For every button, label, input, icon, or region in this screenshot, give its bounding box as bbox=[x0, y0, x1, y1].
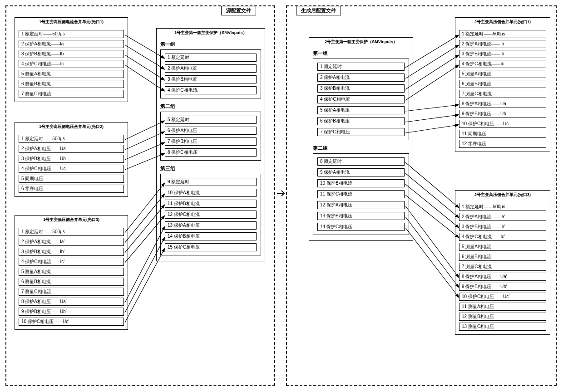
l3-item-2: 3 保护B相电流——Ib′ bbox=[19, 248, 124, 256]
src1-title: 1号主变高压侧电流合并单元(光口1) bbox=[15, 18, 128, 26]
lmg3-item-2: 11 保护B相电流 bbox=[165, 200, 257, 208]
r1-item-2: 3 保护B相电流——Ib bbox=[459, 50, 546, 58]
r2-item-1: 2 保护A相电流——Ia′ bbox=[459, 213, 546, 221]
l3-item-3: 4 保护C相电流——Ic′ bbox=[19, 258, 124, 266]
source-title: 源配置文件 bbox=[221, 6, 256, 15]
l3-item-1: 2 保护A相电流——Ia′ bbox=[19, 238, 124, 246]
lmg1-item-0: 1 额定延时 bbox=[165, 54, 257, 62]
l2-item-1: 2 保护A相电压——Ua bbox=[19, 145, 124, 153]
svg-line-20 bbox=[405, 115, 459, 122]
r1-item-7: 8 保护A相电压——Ua bbox=[459, 100, 546, 108]
svg-line-15 bbox=[405, 35, 459, 68]
l1-item-0: 1 额定延时——500μs bbox=[19, 30, 124, 38]
r2-item-3: 4 保护C相电流——Ic′ bbox=[459, 233, 546, 241]
rmg1-item-4: 5 保护A相电压 bbox=[317, 106, 405, 114]
right-mid-title: 2号主变第一套主变保护（SMVInputs） bbox=[309, 38, 413, 46]
svg-line-17 bbox=[405, 55, 459, 89]
right-mid-box: 2号主变第一套主变保护（SMVInputs） 第一组 1 额定延时2 保护A相电… bbox=[309, 37, 413, 241]
r1-item-4: 5 测量A相电流 bbox=[459, 70, 546, 78]
svg-line-21 bbox=[405, 125, 459, 133]
lmg2-item-3: 8 保护C相电压 bbox=[165, 148, 257, 157]
l3-item-8: 9 保护B相电压——Ub′ bbox=[19, 308, 124, 316]
rmg1-item-5: 6 保护B相电压 bbox=[317, 117, 405, 125]
rmg2-item-3: 11 保护C相电流 bbox=[317, 190, 405, 198]
svg-line-25 bbox=[405, 195, 459, 238]
svg-line-26 bbox=[405, 206, 459, 278]
lmg2-item-2: 7 保护B相电压 bbox=[165, 137, 257, 146]
l3-item-5: 6 测量B相电流 bbox=[19, 278, 124, 286]
svg-line-18 bbox=[405, 65, 459, 100]
group1-label: 第一组 bbox=[160, 40, 262, 48]
r2-item-12: 13 测量C相电压 bbox=[459, 323, 546, 331]
svg-line-22 bbox=[405, 162, 459, 208]
l3-item-6: 7 测量C相电流 bbox=[19, 288, 124, 296]
l1-item-1: 2 保护A相电流——Ia bbox=[19, 40, 124, 48]
r2-item-7: 8 保护A相电压——Ua′ bbox=[459, 273, 546, 281]
src2-title: 1号主变高压侧电压合并单元(光口2) bbox=[15, 122, 128, 131]
l2-item-2: 3 保护B相电压——Ub bbox=[19, 155, 124, 163]
r2-item-0: 1 额定延时——500μs bbox=[459, 203, 546, 211]
generated-title: 生成后配置文件 bbox=[296, 6, 341, 15]
r2-item-10: 11 测量A相电压 bbox=[459, 303, 546, 311]
group3-label: 第三组 bbox=[160, 164, 262, 172]
lmg1-item-3: 4 保护C相电流 bbox=[165, 86, 257, 94]
group2-label: 第二组 bbox=[160, 102, 262, 110]
lmg3-item-5: 14 保护B相电压 bbox=[165, 232, 257, 240]
r1-item-9: 10 保护C相电压——Uc bbox=[459, 120, 546, 128]
svg-line-24 bbox=[405, 184, 459, 228]
lmg2-item-1: 6 保护A相电压 bbox=[165, 127, 257, 135]
dst1-box: 2号主变高压侧合并单元(光口1) 1 额定延时——500μs2 保护A相电流——… bbox=[455, 17, 550, 152]
r1-item-11: 12 零序电压 bbox=[459, 140, 546, 148]
lmg2-item-0: 5 额定延时 bbox=[165, 116, 257, 124]
left-mid-box: 1号主变第一套主变保护（SMVInputs） 第一组 1 额定延时2 保护A相电… bbox=[156, 28, 265, 261]
l1-item-6: 7 测量C相电流 bbox=[19, 90, 124, 98]
l1-item-4: 5 测量A相电流 bbox=[19, 70, 124, 78]
l1-item-5: 6 测量B相电流 bbox=[19, 80, 124, 88]
r2-item-8: 9 保护B相电压——Ub′ bbox=[459, 283, 546, 291]
rmg1-item-3: 4 保护C相电流 bbox=[317, 95, 405, 103]
lmg3-item-6: 15 保护C相电压 bbox=[165, 243, 257, 251]
l3-item-9: 10 保护C相电压——Uc′ bbox=[19, 318, 124, 326]
rmg2-item-1: 9 保护A相电流 bbox=[317, 168, 405, 176]
rmg1-item-1: 2 保护A相电流 bbox=[317, 74, 405, 82]
dst1-title: 2号主变高压侧合并单元(光口1) bbox=[455, 18, 550, 26]
svg-line-19 bbox=[405, 105, 459, 111]
svg-line-28 bbox=[405, 228, 459, 298]
rgroup2-label: 第二组 bbox=[313, 144, 410, 152]
r2-item-2: 3 保护B相电流——Ib′ bbox=[459, 223, 546, 231]
svg-line-23 bbox=[405, 173, 459, 218]
l2-item-5: 6 零序电压 bbox=[19, 185, 124, 193]
lmg1-item-2: 3 保护B相电流 bbox=[165, 75, 257, 83]
l2-item-0: 1 额定延时——500μs bbox=[19, 135, 124, 143]
r2-item-6: 7 测量C相电流 bbox=[459, 263, 546, 271]
rgroup1-label: 第一组 bbox=[313, 49, 410, 57]
r1-item-10: 11 同期电压 bbox=[459, 130, 546, 138]
svg-line-16 bbox=[405, 45, 459, 78]
r1-item-5: 6 测量B相电流 bbox=[459, 80, 546, 88]
r1-item-1: 2 保护A相电流——Ia bbox=[459, 40, 546, 48]
r2-item-4: 5 测量A相电流 bbox=[459, 243, 546, 251]
generated-config-panel: 生成后配置文件 2号主变第一套主变保护（SMVInputs） 第一组 1 额定延… bbox=[286, 5, 557, 386]
l3-item-4: 5 测量A相电流 bbox=[19, 268, 124, 276]
l3-item-7: 8 保护A相电压——Ua′ bbox=[19, 298, 124, 306]
l1-item-3: 4 保护C相电流——Ic bbox=[19, 60, 124, 68]
r1-item-3: 4 保护C相电流——Ic bbox=[459, 60, 546, 68]
l3-item-0: 1 额定延时——500μs bbox=[19, 228, 124, 236]
lmg3-item-4: 13 保护A相电压 bbox=[165, 221, 257, 230]
lmg3-item-0: 9 额定延时 bbox=[165, 178, 257, 186]
left-mid-title: 1号主变第一套主变保护（SMVInputs） bbox=[157, 29, 265, 37]
l2-item-3: 4 保护C相电压——Uc bbox=[19, 165, 124, 173]
rmg2-item-0: 8 额定延时 bbox=[317, 157, 405, 166]
lmg3-item-3: 12 保护C相电流 bbox=[165, 211, 257, 219]
r2-item-9: 10 保护C相电压——Uc′ bbox=[459, 293, 546, 301]
rmg2-item-4: 12 保护A相电压 bbox=[317, 201, 405, 209]
rmg1-item-6: 7 保护C相电压 bbox=[317, 128, 405, 136]
dst2-box: 2号主变高压侧合并单元(光口3) 1 额定延时——500μs2 保护A相电流——… bbox=[455, 190, 550, 335]
rmg1-item-0: 1 额定延时 bbox=[317, 63, 405, 71]
src3-title: 1号主变低压侧合并单元(光口3) bbox=[15, 216, 128, 224]
r1-item-8: 9 保护B相电压——Ub bbox=[459, 110, 546, 118]
lmg1-item-1: 2 保护A相电流 bbox=[165, 64, 257, 73]
rmg2-item-2: 10 保护B相电流 bbox=[317, 179, 405, 187]
src3-box: 1号主变低压侧合并单元(光口3) 1 额定延时——500μs2 保护A相电流——… bbox=[15, 215, 128, 330]
source-config-panel: 源配置文件 1号主变高压侧电流合并单元(光口1) 1 额定延时——500μs2 … bbox=[5, 5, 275, 386]
